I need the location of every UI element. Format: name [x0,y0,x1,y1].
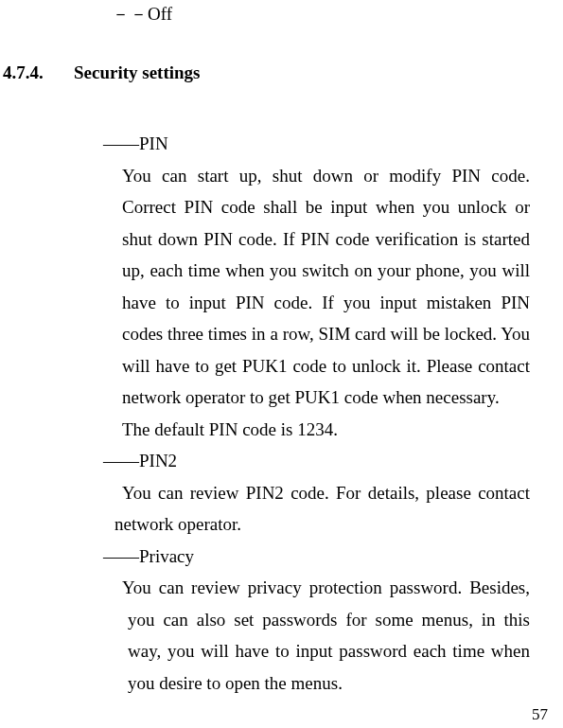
content-block: ――PIN You can start up, shut down or mod… [103,128,530,699]
pin-default-line: The default PIN code is 1234. [103,414,530,446]
pin-paragraph: You can start up, shut down or modify PI… [103,160,530,414]
section-number: 4.7.4. [3,62,44,83]
pin2-paragraph: You can review PIN2 code. For details, p… [103,477,530,541]
privacy-paragraph: You can review privacy protection passwo… [103,572,530,699]
section-title: Security settings [74,62,201,83]
page-number: 57 [532,705,548,724]
pin2-label: ――PIN2 [103,445,530,477]
privacy-label: ――Privacy [103,541,530,573]
pin-label: ――PIN [103,128,530,160]
top-off-line: －－Off [112,2,172,27]
page: －－Off 4.7.4. Security settings ――PIN You… [0,0,563,728]
